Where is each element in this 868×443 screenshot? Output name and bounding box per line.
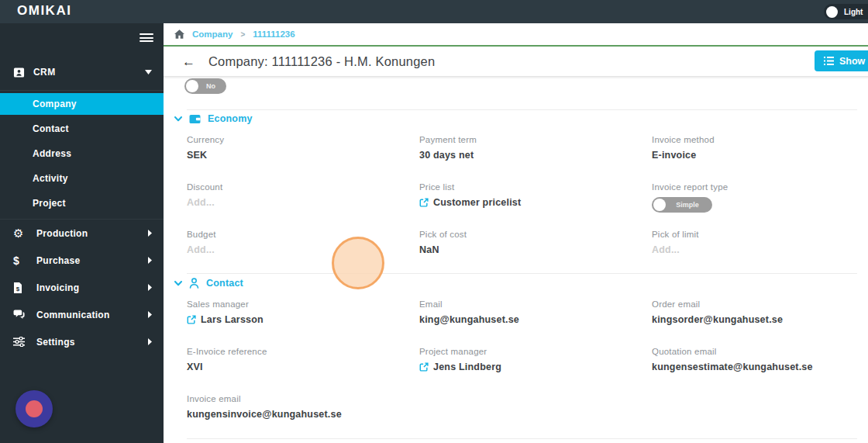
- field-link-value[interactable]: Lars Larsson: [187, 314, 419, 325]
- caret-right-icon: [148, 311, 152, 318]
- breadcrumb-link-company[interactable]: Company: [192, 29, 232, 39]
- field-label: E-Invoice reference: [187, 347, 419, 356]
- caret-right-icon: [148, 257, 152, 264]
- back-button[interactable]: ←: [182, 55, 195, 68]
- menu-collapse-icon[interactable]: [140, 33, 153, 44]
- id-card-icon: [13, 67, 25, 78]
- sidebar-item-label: Invoicing: [36, 282, 79, 293]
- sidebar-item-label: Settings: [36, 337, 75, 348]
- field-label: Sales manager: [187, 299, 419, 309]
- field-value: 30 days net: [419, 150, 652, 161]
- page-title: Company: 111111236 - H.M. Konungen: [208, 54, 435, 69]
- external-link-icon: [187, 315, 196, 324]
- field-label: Payment term: [419, 135, 652, 144]
- contact-fields: Sales managerLars LarssonEmailking@kunga…: [187, 299, 868, 425]
- main-area: Company > 111111236 ← Company: 111111236…: [164, 23, 868, 443]
- field-label: Budget: [187, 230, 419, 239]
- field-label: Invoice email: [187, 394, 419, 403]
- toggle-label: No: [200, 78, 222, 94]
- sidebar-item-activity[interactable]: Activity: [0, 168, 164, 189]
- caret-right-icon: [148, 230, 152, 237]
- theme-toggle-knob: [826, 6, 838, 18]
- gears-icon: ⚙: [13, 227, 29, 239]
- chevron-down-icon: [174, 281, 182, 286]
- field-value: E-invoice: [652, 150, 868, 161]
- field-budget: BudgetAdd...: [187, 230, 419, 261]
- field-discount: DiscountAdd...: [187, 182, 419, 213]
- field-value: kungensestimate@kungahuset.se: [652, 362, 868, 372]
- field-sales-manager: Sales managerLars Larsson: [187, 299, 419, 331]
- field-label: Pick of cost: [419, 230, 652, 239]
- external-link-icon: [419, 362, 429, 372]
- toggle-knob: [653, 199, 666, 211]
- toggle-knob: [186, 80, 198, 92]
- field-invoice-report-type: Invoice report typeSimple: [652, 182, 868, 213]
- field-value-text: Lars Larsson: [201, 314, 264, 325]
- field-invoice-email: Invoice emailkungensinvoice@kungahuset.s…: [187, 394, 419, 425]
- svg-text:$: $: [16, 285, 20, 292]
- sidebar-item-project[interactable]: Project: [0, 192, 164, 214]
- sidebar-item-production[interactable]: ⚙Production: [0, 220, 164, 247]
- caret-right-icon: [148, 284, 152, 291]
- wallet-icon: [189, 114, 201, 124]
- field-value: NaN: [419, 244, 652, 255]
- field-value: kungensinvoice@kungahuset.se: [187, 409, 419, 420]
- field-value-text: Customer pricelist: [433, 197, 521, 208]
- field-invoice-method: Invoice methodE-invoice: [652, 135, 868, 166]
- field-project-manager: Project managerJens Lindberg: [419, 347, 652, 378]
- field-link-value[interactable]: Jens Lindberg: [419, 362, 652, 372]
- field-label: Discount: [187, 182, 419, 192]
- sidebar-item-invoicing[interactable]: $Invoicing: [0, 274, 164, 301]
- field-label: Pick of limit: [652, 230, 868, 239]
- section-title: Contact: [206, 278, 243, 289]
- top-toggle-no[interactable]: No: [184, 78, 226, 94]
- field-value: kingsorder@kungahuset.se: [652, 314, 868, 325]
- field-label: Currency: [187, 135, 419, 144]
- theme-toggle-label: Light: [844, 8, 863, 16]
- dollar-icon: $: [13, 255, 29, 266]
- field-value-text: Jens Lindberg: [433, 362, 501, 372]
- field-link-value[interactable]: Customer pricelist: [419, 197, 652, 208]
- divider: [187, 438, 857, 439]
- field-label: Invoice method: [652, 135, 868, 144]
- field-payment-term: Payment term30 days net: [419, 135, 652, 166]
- caret-right-icon: [148, 338, 152, 345]
- theme-toggle[interactable]: Light: [824, 4, 868, 19]
- sidebar-item-settings[interactable]: Settings: [0, 328, 164, 355]
- sidebar-item-purchase[interactable]: $Purchase: [0, 247, 164, 274]
- sidebar-item-company[interactable]: Company: [0, 93, 164, 115]
- home-icon[interactable]: [174, 29, 184, 39]
- section-title: Economy: [208, 113, 253, 124]
- field-value: king@kungahuset.se: [419, 314, 652, 325]
- sidebar-item-crm[interactable]: CRM: [0, 61, 164, 84]
- record-widget-button[interactable]: [16, 390, 53, 427]
- section-header-contact[interactable]: Contact: [174, 278, 243, 289]
- show-list-button[interactable]: Show list: [815, 50, 868, 71]
- field-toggle-invoice-report-type[interactable]: Simple: [652, 197, 712, 213]
- field-placeholder[interactable]: Add...: [187, 244, 419, 255]
- breadcrumb-separator: >: [240, 30, 245, 39]
- sidebar-item-communication[interactable]: Communication: [0, 301, 164, 328]
- field-placeholder[interactable]: Add...: [187, 197, 419, 208]
- top-bar: OMIKAI Light: [0, 0, 868, 23]
- person-icon: [189, 278, 199, 289]
- list-icon: [824, 57, 834, 65]
- field-value: XVI: [187, 362, 419, 372]
- divider: [187, 273, 857, 274]
- field-label: Price list: [419, 182, 652, 192]
- sidebar-item-address[interactable]: Address: [0, 143, 164, 164]
- sidebar-item-label: Purchase: [36, 255, 80, 266]
- sidebar-item-contact[interactable]: Contact: [0, 118, 164, 140]
- section-header-economy[interactable]: Economy: [174, 113, 253, 124]
- chat-bubbles-icon: [13, 310, 29, 320]
- field-pick-of-cost: Pick of costNaN: [419, 230, 652, 261]
- toggle-label: Simple: [667, 197, 708, 213]
- divider: [187, 109, 857, 110]
- field-label: Email: [419, 299, 652, 309]
- crm-submenu: CompanyContactAddressActivityProject: [0, 90, 164, 217]
- show-list-button-label: Show list: [839, 56, 868, 67]
- field-pick-of-limit: Pick of limitAdd...: [652, 230, 868, 261]
- record-dot-icon: [26, 400, 43, 417]
- breadcrumb-link-id[interactable]: 111111236: [253, 29, 294, 39]
- field-placeholder[interactable]: Add...: [652, 244, 868, 255]
